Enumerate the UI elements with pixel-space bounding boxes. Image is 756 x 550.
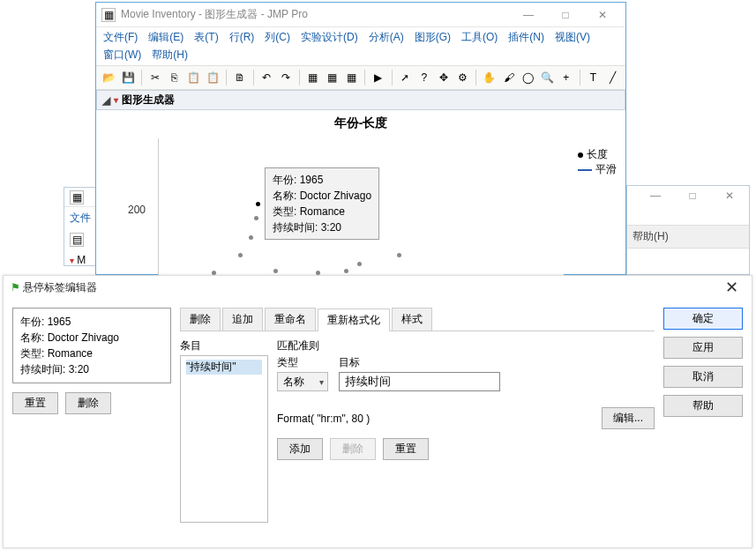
ok-button[interactable]: 确定: [663, 308, 743, 330]
arrow-tool-icon[interactable]: ➚: [397, 69, 413, 86]
delete-button[interactable]: 删除: [65, 392, 111, 414]
menu-view[interactable]: 视图(V): [555, 30, 590, 45]
line-tool-icon[interactable]: ╱: [604, 69, 620, 86]
table2-icon[interactable]: ▦: [325, 69, 341, 86]
preview-line-4: 持续时间: 3:20: [20, 361, 163, 377]
preview-line-3: 类型: Romance: [20, 346, 163, 361]
maximize-button[interactable]: □: [682, 190, 703, 202]
wheel-icon[interactable]: ⚙: [455, 69, 471, 86]
copy-icon[interactable]: ⎘: [167, 69, 183, 86]
menu-graph[interactable]: 图形(G): [415, 30, 451, 45]
delete-entry-button: 删除: [330, 438, 376, 460]
run-icon[interactable]: ▶: [371, 69, 386, 86]
tab-rename[interactable]: 重命名: [265, 308, 316, 331]
table1-icon[interactable]: ▦: [305, 69, 321, 86]
menu-row[interactable]: 行(R): [229, 30, 255, 45]
apply-button[interactable]: 应用: [663, 337, 743, 359]
paste2-icon[interactable]: 📋: [205, 69, 221, 86]
type-select[interactable]: 名称: [277, 372, 328, 391]
outline-header[interactable]: ◢ ▾ 图形生成器: [96, 90, 625, 110]
preview-line-1: 年份: 1965: [20, 314, 163, 330]
data-point[interactable]: [397, 253, 401, 257]
target-label: 目标: [339, 355, 655, 370]
minimize-button[interactable]: —: [645, 190, 666, 202]
type-label: 类型: [277, 355, 330, 370]
data-point[interactable]: [357, 262, 362, 266]
hand-tool-icon[interactable]: ✋: [482, 69, 498, 86]
tab-delete[interactable]: 删除: [180, 308, 221, 331]
add-button[interactable]: 添加: [277, 438, 323, 460]
zoom-tool-icon[interactable]: 🔍: [539, 69, 555, 86]
menu-addins[interactable]: 插件(N): [508, 30, 544, 45]
lasso-tool-icon[interactable]: ◯: [520, 69, 535, 86]
redo-icon[interactable]: ↷: [278, 69, 294, 86]
save-icon[interactable]: 💾: [121, 69, 137, 86]
bg-help-menu[interactable]: 帮助(H): [627, 225, 749, 249]
tooltip-preview: 年份: 1965 名称: Doctor Zhivago 类型: Romance …: [12, 308, 171, 383]
tabs: 删除 追加 重命名 重新格式化 样式: [180, 308, 655, 331]
target-input[interactable]: [339, 372, 500, 391]
brush-tool-icon[interactable]: 🖌: [501, 69, 517, 86]
format-expression: Format( "hr:m", 80 ): [277, 412, 595, 425]
data-point[interactable]: [273, 269, 278, 273]
menu-tools[interactable]: 工具(O): [461, 30, 498, 45]
preview-line-2: 名称: Doctor Zhivago: [20, 330, 163, 346]
open-icon[interactable]: 📂: [101, 69, 117, 86]
data-point[interactable]: [238, 253, 243, 257]
table-icon: ▦: [70, 190, 84, 204]
menu-doe[interactable]: 实验设计(D): [301, 30, 358, 45]
crosshair-icon[interactable]: ✥: [436, 69, 452, 86]
red-triangle-icon[interactable]: ▾: [114, 95, 118, 105]
close-button[interactable]: ✕: [719, 190, 740, 202]
outline-title: 图形生成器: [122, 93, 175, 108]
reset-button[interactable]: 重置: [12, 392, 58, 414]
menu-window[interactable]: 窗口(W): [103, 48, 141, 63]
help-button[interactable]: 帮助: [663, 395, 743, 417]
menu-edit[interactable]: 编辑(E): [148, 30, 183, 45]
doc-icon[interactable]: 🗎: [232, 69, 248, 86]
hover-tooltip: 年份: 1965 名称: Doctor Zhivago 类型: Romance …: [265, 167, 379, 240]
cancel-button[interactable]: 取消: [663, 366, 743, 388]
menu-file[interactable]: 文件(F): [103, 30, 138, 45]
data-point-hovered[interactable]: [256, 202, 260, 206]
menubar: 文件(F) 编辑(E) 表(T) 行(R) 列(C) 实验设计(D) 分析(A)…: [96, 27, 625, 48]
entries-label: 条目: [180, 338, 268, 353]
data-point[interactable]: [344, 269, 348, 273]
menu-table[interactable]: 表(T): [194, 30, 218, 45]
text-tool-icon[interactable]: T: [585, 69, 601, 86]
entry-item[interactable]: "持续时间": [186, 360, 262, 375]
help-tool-icon[interactable]: ?: [416, 69, 432, 86]
dialog-close-button[interactable]: ✕: [718, 278, 745, 297]
chart-title: 年份-长度: [105, 114, 617, 137]
window-title: Movie Inventory - 图形生成器 - JMP Pro: [121, 7, 518, 22]
legend-series-2: 平滑: [595, 162, 617, 177]
cut-icon[interactable]: ✂: [147, 69, 163, 86]
toolbar: 📂 💾 ✂ ⎘ 📋 📋 🗎 ↶ ↷ ▦ ▦ ▦ ▶ ➚ ? ✥ ⚙ ✋ 🖌 ◯ …: [96, 65, 625, 90]
titlebar: ▦ Movie Inventory - 图形生成器 - JMP Pro — □ …: [96, 3, 625, 27]
reset-entries-button[interactable]: 重置: [383, 438, 429, 460]
disclosure-icon[interactable]: ◢: [102, 94, 110, 107]
minimize-button[interactable]: —: [518, 9, 539, 21]
crosshair2-icon[interactable]: +: [558, 69, 574, 86]
menu-analyze[interactable]: 分析(A): [369, 30, 404, 45]
menu-help[interactable]: 帮助(H): [152, 48, 188, 63]
paste-icon[interactable]: 📋: [186, 69, 202, 86]
data-point[interactable]: [249, 235, 253, 240]
background-window-right: — □ ✕ 帮助(H): [626, 185, 750, 275]
tab-style[interactable]: 样式: [392, 308, 432, 331]
hover-label-editor-dialog: ⚑ 悬停标签编辑器 ✕ 年份: 1965 名称: Doctor Zhivago …: [3, 275, 752, 548]
undo-icon[interactable]: ↶: [259, 69, 275, 86]
menu-col[interactable]: 列(C): [265, 30, 290, 45]
close-button[interactable]: ✕: [592, 9, 613, 21]
red-triangle-icon[interactable]: ▾: [70, 256, 74, 265]
legend-series-1: 长度: [587, 147, 608, 162]
data-point[interactable]: [254, 216, 258, 220]
table3-icon[interactable]: ▦: [343, 69, 359, 86]
tab-append[interactable]: 追加: [222, 308, 263, 331]
tab-panel-reformat: 条目 "持续时间" 匹配准则 类型 名称 目标: [180, 331, 655, 539]
criteria-label: 匹配准则: [277, 338, 655, 353]
entries-list[interactable]: "持续时间": [180, 355, 268, 523]
maximize-button[interactable]: □: [555, 9, 576, 21]
tab-reformat[interactable]: 重新格式化: [318, 308, 390, 331]
edit-format-button[interactable]: 编辑...: [602, 407, 655, 429]
